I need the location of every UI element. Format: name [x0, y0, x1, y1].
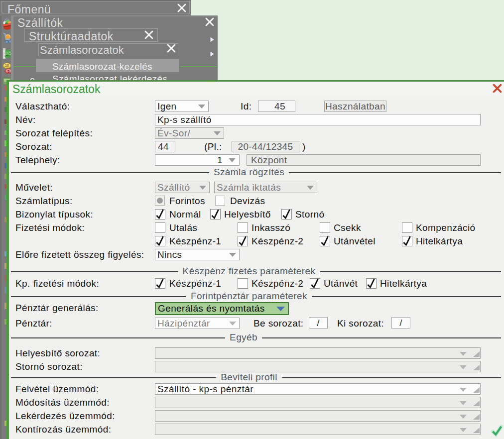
svg-text:5: 5: [7, 70, 9, 73]
svg-text:10: 10: [5, 64, 9, 67]
